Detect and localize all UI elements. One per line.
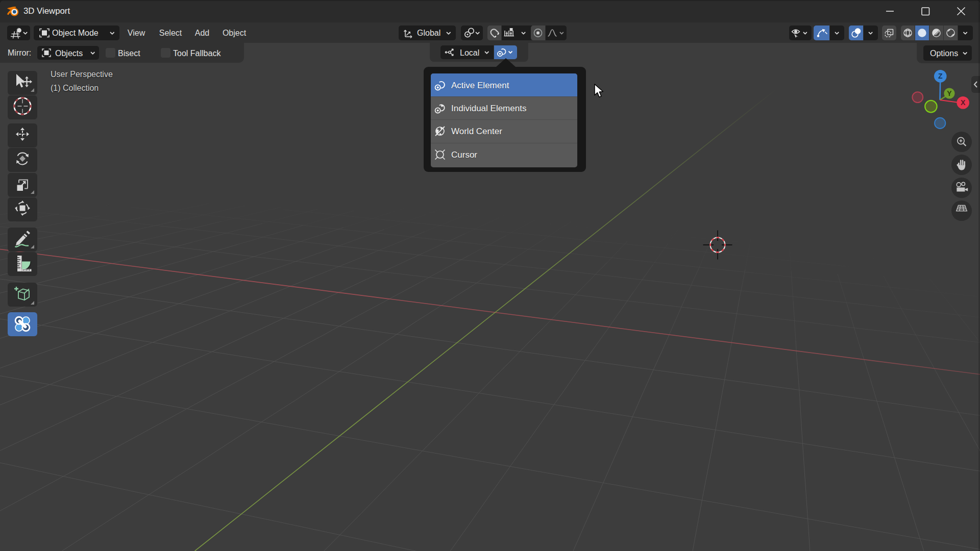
svg-text:Y: Y [947,89,952,97]
svg-text:Z: Z [938,72,943,80]
svg-text:X: X [961,98,966,107]
